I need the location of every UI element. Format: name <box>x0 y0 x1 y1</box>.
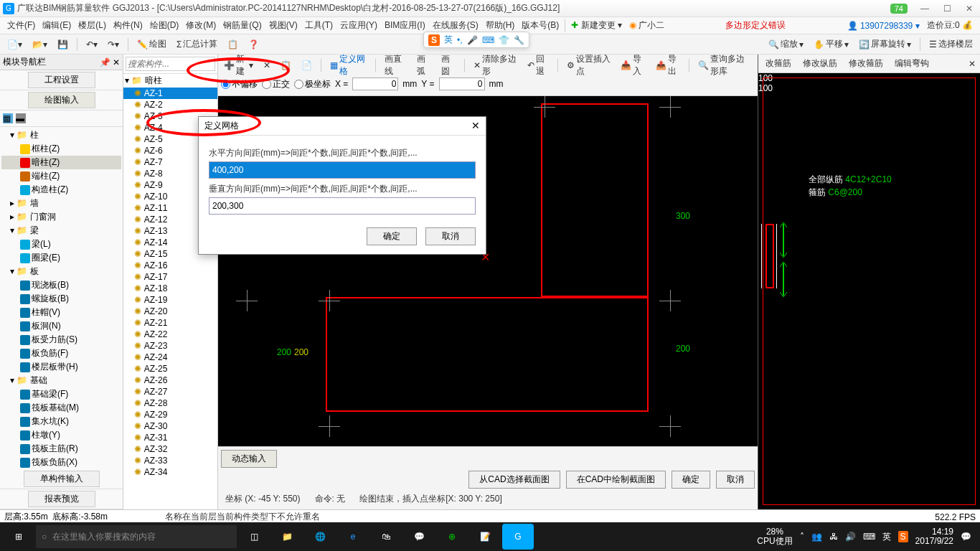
new-shape-button[interactable]: ➕新建▾ <box>221 52 256 79</box>
ime-keyboard-icon[interactable]: ⌨ <box>482 35 494 45</box>
tree-node[interactable]: 现浇板(B) <box>1 278 121 292</box>
sum-button[interactable]: Σ 汇总计算 <box>174 37 220 52</box>
taskbar-app-1[interactable]: 📁 <box>271 524 303 550</box>
tree-node[interactable]: ▾ 📁 柱 <box>1 128 121 142</box>
radio-no-offset[interactable]: 不偏移 <box>221 78 258 90</box>
menu-help[interactable]: 帮助(H) <box>483 18 518 33</box>
list-item[interactable]: ✺ AZ-17 <box>123 271 217 283</box>
component-tree[interactable]: ▾ 📁 柱框柱(Z)暗柱(Z)端柱(Z)构造柱(Z)▸ 📁 墙▸ 📁 门窗洞▾ … <box>0 127 123 469</box>
list-item[interactable]: ✺ AZ-2 <box>123 99 217 110</box>
horiz-spacing-input[interactable] <box>209 161 476 179</box>
cad-draw-section-button[interactable]: 在CAD中绘制截面图 <box>566 471 666 489</box>
close-button[interactable]: ✕ <box>961 4 977 14</box>
help-icon[interactable]: ❓ <box>245 38 262 51</box>
taskbar-app-2[interactable]: 🌐 <box>304 524 336 550</box>
ime-punct-icon[interactable]: •, <box>457 35 463 45</box>
new-file-icon[interactable]: 📄▾ <box>4 38 25 51</box>
list-item[interactable]: ✺ AZ-25 <box>123 363 217 375</box>
list-item[interactable]: ✺ AZ-31 <box>123 432 217 443</box>
redo-icon[interactable]: ↷▾ <box>105 38 122 51</box>
list-item[interactable]: ✺ AZ-21 <box>123 317 217 329</box>
list-item[interactable]: ✺ AZ-24 <box>123 352 217 363</box>
tree-node[interactable]: 构造柱(Z) <box>1 183 121 197</box>
draw-line-button[interactable]: 画直线 <box>382 52 409 79</box>
taskbar-search[interactable]: ○ 在这里输入你要搜索的内容 <box>36 525 237 548</box>
detail-close-icon[interactable]: ✕ <box>969 59 976 69</box>
define-grid-button[interactable]: ▦定义网格 <box>327 52 369 79</box>
section-cancel-button[interactable]: 取消 <box>716 471 755 489</box>
menu-view[interactable]: 视图(V) <box>266 18 301 33</box>
tree-node[interactable]: 螺旋板(B) <box>1 292 121 306</box>
tray-keyboard-icon[interactable]: ⌨ <box>863 532 875 542</box>
select-floor-button[interactable]: ☰选择楼层 <box>926 37 976 52</box>
nav-icon-1[interactable]: ▦ <box>3 113 13 123</box>
detail-canvas[interactable]: 全部纵筋 4C12+2C10 箍筋 C6@200 100 100 <box>758 73 980 509</box>
menu-draw[interactable]: 绘图(D) <box>147 18 182 33</box>
ime-skin-icon[interactable]: 👕 <box>499 35 509 45</box>
tree-node[interactable]: 柱帽(V) <box>1 306 121 319</box>
list-item[interactable]: ✺ AZ-1 <box>123 88 217 99</box>
dynamic-input-button[interactable]: 动态输入 <box>221 450 277 468</box>
tab-modify-stirrup[interactable]: 改箍筋 <box>763 56 794 71</box>
taskbar-app-4[interactable]: ⊕ <box>436 524 468 550</box>
tree-node[interactable]: 圈梁(E) <box>1 251 121 265</box>
pin-icon[interactable]: 📌 ✕ <box>100 57 120 67</box>
draw-button[interactable]: ✏️绘图 <box>134 37 169 52</box>
menu-cloud[interactable]: 云应用(Y) <box>337 18 380 33</box>
draw-circle-button[interactable]: 画圆 <box>438 52 458 79</box>
tree-node[interactable]: 框柱(Z) <box>1 142 121 156</box>
vert-spacing-input[interactable] <box>209 197 476 215</box>
radio-polar[interactable]: 极坐标 <box>294 78 331 90</box>
search-input[interactable] <box>126 57 215 71</box>
list-item[interactable]: ✺ AZ-27 <box>123 386 217 397</box>
y-input[interactable] <box>439 77 485 90</box>
list-item[interactable]: ✺ AZ-26 <box>123 375 217 386</box>
list-item[interactable]: ✺ AZ-18 <box>123 283 217 294</box>
dialog-close-icon[interactable]: ✕ <box>471 120 480 132</box>
project-settings-button[interactable]: 工程设置 <box>28 72 95 88</box>
list-item[interactable]: ✺ AZ-34 <box>123 466 217 478</box>
tray-people-icon[interactable]: 👥 <box>811 532 822 542</box>
taskbar-app-3[interactable]: 💬 <box>403 524 435 550</box>
query-lib-button[interactable]: 🔍查询多边形库 <box>695 52 755 79</box>
ime-toolbar[interactable]: S 英 •, 🎤 ⌨ 👕 🔧 <box>423 32 529 48</box>
list-item[interactable]: ✺ AZ-33 <box>123 455 217 466</box>
menu-modify[interactable]: 修改(M) <box>183 18 219 33</box>
menu-file[interactable]: 文件(F) <box>4 18 38 33</box>
taskbar-app-ggj[interactable]: G <box>502 524 534 550</box>
delete-shape-icon[interactable]: ✕ <box>260 59 273 72</box>
minimize-button[interactable]: — <box>916 4 933 14</box>
tree-node[interactable]: ▸ 📁 墙 <box>1 197 121 210</box>
tree-node[interactable]: ▸ 📁 门窗洞 <box>1 210 121 224</box>
menu-rebar[interactable]: 钢筋量(Q) <box>220 18 264 33</box>
list-item[interactable]: ✺ AZ-28 <box>123 397 217 409</box>
export-button[interactable]: 📤导出 <box>653 52 684 79</box>
tray-volume-icon[interactable]: 🔊 <box>845 532 856 542</box>
open-file-icon[interactable]: 📂▾ <box>29 38 50 51</box>
zoom-button[interactable]: 🔍缩放▾ <box>765 37 806 52</box>
section-ok-button[interactable]: 确定 <box>672 471 710 489</box>
tree-node[interactable]: 梁(L) <box>1 237 121 251</box>
phone-number[interactable]: 👤 13907298339 ▾ <box>844 19 923 32</box>
tray-up-icon[interactable]: ˄ <box>800 532 804 542</box>
tab-modify-stirrup2[interactable]: 修改箍筋 <box>846 56 886 71</box>
menu-version[interactable]: 版本号(B) <box>519 18 562 33</box>
rotate-button[interactable]: 🔄屏幕旋转▾ <box>856 37 914 52</box>
list-item[interactable]: ✺ AZ-20 <box>123 306 217 317</box>
radio-ortho[interactable]: 正交 <box>262 78 290 90</box>
nav-icon-2[interactable]: ▬ <box>16 113 26 123</box>
taskbar-app-5[interactable]: 📝 <box>469 524 501 550</box>
x-input[interactable] <box>352 77 398 90</box>
ime-lang[interactable]: 英 <box>444 34 453 46</box>
list-item[interactable]: ✺ AZ-19 <box>123 294 217 306</box>
tree-node[interactable]: 筏板基础(M) <box>1 401 121 415</box>
menu-bim[interactable]: BIM应用(I) <box>382 18 428 33</box>
taskbar-edge[interactable]: e <box>337 524 369 550</box>
ime-tool-icon[interactable]: 🔧 <box>514 35 524 45</box>
list-item[interactable]: ✺ AZ-29 <box>123 409 217 420</box>
tree-node[interactable]: 楼层板带(H) <box>1 360 121 374</box>
import-button[interactable]: 📥导入 <box>618 52 649 79</box>
tray-lang[interactable]: 英 <box>882 531 891 543</box>
list-item[interactable]: ✺ AZ-30 <box>123 420 217 432</box>
menu-tools[interactable]: 工具(T) <box>302 18 336 33</box>
